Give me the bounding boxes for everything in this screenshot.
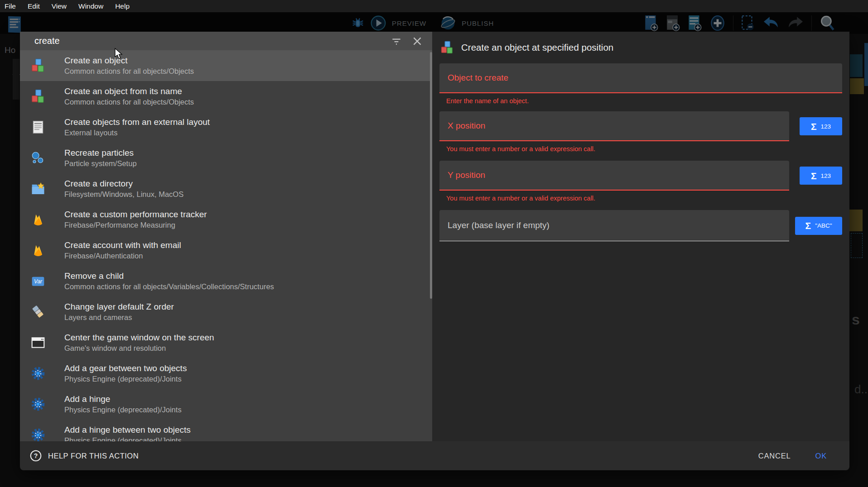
app-window: PREVIEW PUBLISH Ho: [0, 0, 868, 487]
x-position-field[interactable]: X position: [439, 111, 789, 141]
action-icon: [31, 335, 45, 350]
action-title: Create an object at specified position: [461, 42, 613, 53]
action-item-group: Common actions for all objects/Objects: [64, 66, 194, 76]
field-label: Layer (base layer if empty): [448, 220, 550, 230]
action-item-group: Physics Engine (deprecated)/Joints: [64, 374, 187, 384]
action-list-item[interactable]: Create an object Common actions for all …: [20, 50, 432, 81]
action-icon: Var: [31, 274, 45, 288]
action-item-title: Add a gear between two objects: [64, 363, 187, 374]
action-item-title: Create objects from an external layout: [64, 116, 210, 128]
action-item-group: Common actions for all objects/Variables…: [64, 282, 274, 292]
search-input[interactable]: [20, 35, 391, 47]
action-icon: [31, 120, 45, 134]
action-item-title: Add a hinge: [64, 393, 182, 405]
action-icon: [31, 305, 45, 319]
action-list-item[interactable]: Var Remove a child Common actions for al…: [20, 266, 432, 296]
action-list-item[interactable]: Create a custom performance tracker Fire…: [20, 204, 432, 235]
y-field-error: You must enter a number or a valid expre…: [446, 195, 842, 204]
menu-view[interactable]: View: [52, 2, 67, 10]
action-list: Create an object Common actions for all …: [20, 50, 432, 441]
action-list-item[interactable]: Recreate particles Particle system/Setup: [20, 143, 432, 173]
action-list-item[interactable]: Add a hinge Physics Engine (deprecated)/…: [20, 389, 432, 420]
help-icon: ?: [30, 450, 42, 462]
cancel-button[interactable]: CANCEL: [754, 448, 796, 464]
action-icon: [31, 151, 45, 165]
menu-bar: File Edit View Window Help: [0, 0, 868, 12]
action-item-group: External layouts: [64, 128, 210, 138]
action-list-item[interactable]: Change layer default Z order Layers and …: [20, 296, 432, 327]
menu-help[interactable]: Help: [115, 2, 130, 10]
action-icon: [31, 397, 45, 411]
action-item-group: Filesystem/Windows, Linux, MacOS: [64, 189, 183, 200]
object-cubes-icon: [440, 41, 454, 54]
action-list-item[interactable]: Center the game window on the screen Gam…: [20, 327, 432, 358]
action-item-group: Firebase/Authentication: [64, 251, 181, 261]
close-icon[interactable]: [411, 35, 423, 47]
action-detail-panel: Create an object at specified position O…: [432, 32, 849, 441]
sigma-icon: Σ: [811, 171, 817, 181]
action-icon: [31, 58, 45, 73]
action-icon: [31, 243, 45, 258]
svg-text:Var: Var: [34, 278, 43, 285]
ok-button[interactable]: OK: [811, 448, 831, 464]
action-item-title: Add a hinge between two objects: [64, 424, 191, 435]
action-item-group: Common actions for all objects/Objects: [64, 97, 194, 107]
action-list-item[interactable]: Create account with with email Firebase/…: [20, 235, 432, 266]
detail-header: Create an object at specified position: [440, 40, 842, 55]
action-list-item[interactable]: Create objects from an external layout E…: [20, 112, 432, 143]
x-field-error: You must enter a number or a valid expre…: [446, 145, 842, 154]
action-item-group: Physics Engine (deprecated)/Joints: [64, 435, 191, 441]
field-label: Y position: [448, 170, 485, 180]
action-item-title: Center the game window on the screen: [64, 332, 214, 343]
search-bar: [20, 32, 432, 50]
action-item-group: Game's window and resolution: [64, 343, 214, 353]
action-list-panel: Create an object Common actions for all …: [20, 32, 432, 441]
action-item-group: Layers and cameras: [64, 312, 174, 323]
action-list-item[interactable]: Add a hinge between two objects Physics …: [20, 420, 432, 441]
help-for-action-link[interactable]: ? HELP FOR THIS ACTION: [30, 450, 139, 462]
action-item-title: Create an object from its name: [64, 86, 194, 97]
action-item-title: Remove a child: [64, 270, 274, 282]
action-list-item[interactable]: Create an object from its name Common ac…: [20, 81, 432, 112]
action-item-title: Create an object: [64, 55, 194, 66]
action-icon: [31, 428, 45, 441]
action-item-title: Create a directory: [64, 178, 183, 189]
action-item-title: Change layer default Z order: [64, 301, 174, 312]
object-field-error: Enter the name of an object.: [446, 97, 842, 106]
sigma-icon: Σ: [811, 122, 817, 131]
action-item-group: Firebase/Performance Measuring: [64, 220, 207, 230]
action-item-title: Create account with with email: [64, 239, 181, 251]
action-item-group: Physics Engine (deprecated)/Joints: [64, 405, 182, 415]
action-item-title: Recreate particles: [64, 147, 137, 158]
sigma-icon: Σ: [805, 221, 811, 230]
action-item-title: Create a custom performance tracker: [64, 209, 207, 220]
menu-window[interactable]: Window: [78, 2, 103, 10]
menu-edit[interactable]: Edit: [28, 2, 40, 10]
action-list-item[interactable]: Create a directory Filesystem/Windows, L…: [20, 173, 432, 204]
y-expression-builder-button[interactable]: Σ 123: [800, 167, 842, 185]
filter-icon[interactable]: [391, 35, 402, 47]
field-label: X position: [448, 121, 485, 131]
action-picker-dialog: Create an object Common actions for all …: [20, 32, 849, 470]
action-icon: [31, 89, 45, 104]
action-icon: [31, 366, 45, 381]
menu-file[interactable]: File: [5, 2, 16, 10]
action-icon: [31, 212, 45, 227]
svg-text:?: ?: [34, 452, 38, 459]
list-scrollbar-thumb[interactable]: [430, 52, 432, 299]
y-position-field[interactable]: Y position: [439, 161, 789, 191]
action-list-item[interactable]: Add a gear between two objects Physics E…: [20, 358, 432, 389]
layer-expression-builder-button[interactable]: Σ "ABC": [795, 217, 842, 235]
object-to-create-field[interactable]: Object to create: [439, 63, 842, 93]
field-label: Object to create: [448, 73, 508, 83]
x-expression-builder-button[interactable]: Σ 123: [800, 117, 842, 135]
action-icon: [31, 181, 45, 196]
layer-field[interactable]: Layer (base layer if empty): [439, 210, 789, 241]
action-item-group: Particle system/Setup: [64, 158, 137, 169]
dialog-footer: ? HELP FOR THIS ACTION CANCEL OK: [20, 441, 849, 470]
